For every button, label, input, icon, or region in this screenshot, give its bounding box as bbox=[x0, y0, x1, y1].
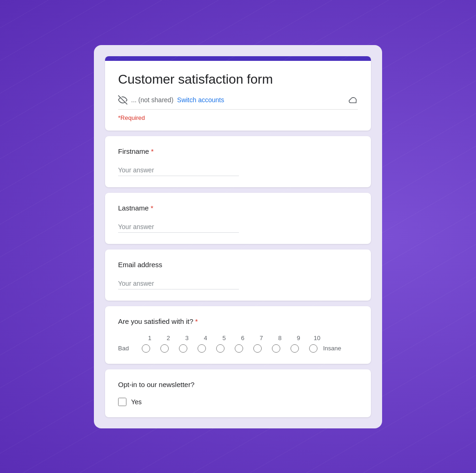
radio-9[interactable] bbox=[285, 344, 304, 353]
radio-5[interactable] bbox=[211, 344, 230, 353]
lastname-input[interactable] bbox=[118, 221, 239, 233]
radio-2[interactable] bbox=[155, 344, 174, 353]
newsletter-option-label[interactable]: Yes bbox=[131, 398, 142, 406]
radio-group bbox=[137, 344, 323, 353]
email-input[interactable] bbox=[118, 278, 239, 289]
not-shared-text: ... (not shared) bbox=[131, 96, 173, 104]
radio-3[interactable] bbox=[174, 344, 192, 353]
rating-num-5: 5 bbox=[215, 335, 233, 342]
rating-num-10: 10 bbox=[308, 335, 326, 342]
rating-num-1: 1 bbox=[140, 335, 159, 342]
rating-num-6: 6 bbox=[233, 335, 252, 342]
email-label: Email address bbox=[118, 261, 358, 269]
eye-off-icon bbox=[118, 95, 127, 105]
rating-label: Are you satisfied with it? * bbox=[118, 317, 358, 325]
form-container: Customer satisfaction form ... (not shar… bbox=[94, 45, 382, 428]
firstname-required-star: * bbox=[151, 147, 154, 155]
radio-4[interactable] bbox=[192, 344, 211, 353]
header-meta: ... (not shared) Switch accounts bbox=[118, 95, 358, 110]
newsletter-card: Opt-in to our newsletter? Yes bbox=[105, 369, 371, 417]
rating-high-label: Insane bbox=[323, 345, 341, 352]
rating-num-2: 2 bbox=[159, 335, 178, 342]
cloud-icon bbox=[348, 96, 358, 104]
radio-7[interactable] bbox=[248, 344, 267, 353]
rating-num-3: 3 bbox=[178, 335, 196, 342]
form-title: Customer satisfaction form bbox=[118, 72, 358, 87]
lastname-required-star: * bbox=[151, 204, 153, 212]
email-card: Email address bbox=[105, 250, 371, 301]
radio-1[interactable] bbox=[137, 344, 155, 353]
rating-options-row: Bad Insane bbox=[118, 344, 358, 353]
rating-num-7: 7 bbox=[252, 335, 271, 342]
rating-required-star: * bbox=[195, 317, 198, 325]
rating-scale: 1 2 3 4 5 6 7 8 9 10 Bad bbox=[118, 335, 358, 353]
required-note: *Required bbox=[118, 114, 358, 121]
rating-numbers-row: 1 2 3 4 5 6 7 8 9 10 bbox=[118, 335, 358, 342]
radio-8[interactable] bbox=[267, 344, 285, 353]
rating-num-4: 4 bbox=[196, 335, 215, 342]
rating-num-9: 9 bbox=[289, 335, 308, 342]
header-accent-bar bbox=[105, 56, 371, 61]
rating-num-8: 8 bbox=[271, 335, 289, 342]
lastname-card: Lastname * bbox=[105, 193, 371, 244]
switch-accounts-link[interactable]: Switch accounts bbox=[177, 96, 224, 104]
lastname-label: Lastname * bbox=[118, 204, 358, 212]
newsletter-checkbox[interactable] bbox=[118, 398, 126, 406]
newsletter-label: Opt-in to our newsletter? bbox=[118, 381, 358, 388]
header-card: Customer satisfaction form ... (not shar… bbox=[105, 56, 371, 131]
radio-10[interactable] bbox=[304, 344, 323, 353]
firstname-input[interactable] bbox=[118, 164, 239, 176]
rating-card: Are you satisfied with it? * 1 2 3 4 5 6… bbox=[105, 306, 371, 364]
account-info: ... (not shared) Switch accounts bbox=[118, 95, 224, 105]
newsletter-checkbox-group: Yes bbox=[118, 398, 358, 406]
firstname-label: Firstname * bbox=[118, 147, 358, 155]
radio-6[interactable] bbox=[230, 344, 248, 353]
rating-low-label: Bad bbox=[118, 345, 137, 352]
firstname-card: Firstname * bbox=[105, 136, 371, 187]
